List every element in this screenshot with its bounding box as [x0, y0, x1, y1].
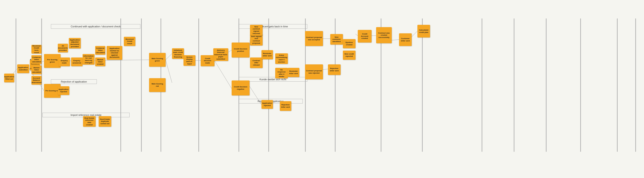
sticky-s19[interactable]: Received Credit result: [124, 37, 135, 46]
sticky-s32[interactable]: Contract offer refused: [250, 57, 262, 68]
sticky-s8[interactable]: Pre Scoring green: [44, 54, 60, 68]
sticky-s25[interactable]: Screen display well-of-input: [184, 55, 196, 66]
sticky-s36[interactable]: Reminder letter sent: [288, 68, 299, 77]
sticky-s41[interactable]: Rejection letter sent: [328, 64, 340, 75]
sticky-s47[interactable]: Customer letter sent: [399, 33, 412, 46]
sticky-s26[interactable]: Credit decision made: [201, 55, 214, 66]
sticky-s33[interactable]: Reminder letter sent: [262, 50, 273, 59]
sticky-s40[interactable]: Contract proposal was rejected: [305, 64, 323, 79]
sticky-s31[interactable]: New contract signed returned: [250, 25, 262, 35]
swimlane-sl12: [422, 18, 423, 152]
svg-line-17: [412, 31, 418, 37]
swimlane-sl1: [16, 18, 16, 152]
sticky-s24[interactable]: Initialized main credit decision financi…: [172, 48, 184, 59]
sticky-s48[interactable]: Calculated credit plan: [418, 25, 430, 38]
swimlane-sl4: [141, 18, 142, 152]
sticky-s42[interactable]: New customer identified: [330, 34, 343, 45]
sticky-s11[interactable]: All documents provided: [58, 44, 68, 52]
sticky-s27[interactable]: Advisory financial historical facts pape…: [213, 48, 228, 61]
sticky-s35[interactable]: No response after 4 weeks: [275, 68, 288, 78]
swimlane-sl16: [580, 18, 581, 152]
sticky-s28[interactable]: Credit Decision positive: [232, 43, 250, 57]
sticky-s16[interactable]: Collateral Value calculated: [95, 46, 105, 55]
sticky-s34[interactable]: Keine rückmeldung nach 4 wochen: [275, 53, 288, 64]
sticky-s29[interactable]: Credit Decision negative: [232, 80, 250, 96]
swimlane-sl15: [546, 18, 546, 152]
sticky-s2[interactable]: Application submitted: [17, 64, 29, 73]
swimlane-sl2: [41, 18, 42, 152]
sticky-s21[interactable]: Real Estate duplicate sorted out: [98, 116, 111, 127]
sticky-s30[interactable]: Sent signed new contract proposal: [250, 34, 262, 46]
sticky-s38[interactable]: Rejection letter sent: [280, 101, 291, 111]
sticky-s1[interactable]: Application filled out: [4, 74, 14, 82]
section-label-applicant: Applicant gets back in time: [238, 24, 307, 29]
sticky-s46[interactable]: Contract was created successfully: [376, 27, 392, 43]
sticky-s17[interactable]: Market Value created: [95, 57, 105, 66]
sticky-s18[interactable]: Application marked as checked against do…: [107, 46, 122, 60]
sticky-s7[interactable]: Account Balance determined: [32, 76, 42, 85]
sticky-s45[interactable]: Credit Account created: [358, 30, 372, 43]
svg-line-5: [166, 54, 172, 60]
swimlane-sl14: [514, 18, 514, 152]
svg-line-16: [392, 40, 399, 40]
swimlane-sl18: [635, 18, 636, 152]
svg-line-14: [356, 34, 358, 36]
sticky-s23[interactable]: Main Scoring red: [149, 78, 166, 92]
swimlane-sl17: [617, 18, 618, 152]
swimlane-sl8: [268, 18, 269, 152]
svg-line-6: [166, 60, 172, 83]
sticky-s44[interactable]: New credit reported: [343, 51, 356, 60]
swimlane-sl3: [120, 18, 121, 152]
sticky-s13[interactable]: Enquiry made: [58, 57, 70, 66]
section-label-continued: Continued with application / document ch…: [51, 24, 140, 29]
sticky-s4[interactable]: Received Credit form result: [32, 45, 42, 54]
sticky-s37[interactable]: Application rejected: [262, 100, 273, 109]
process-canvas: Continued with application / document ch…: [0, 0, 644, 178]
sticky-s20[interactable]: Real Estate reference data created: [83, 116, 96, 127]
swimlane-sl6: [198, 18, 199, 152]
svg-line-9: [214, 60, 232, 88]
sticky-s5[interactable]: Collateral Value calculated: [32, 55, 42, 64]
sticky-s39[interactable]: Contract proposal was accepted: [305, 31, 323, 46]
sticky-s14[interactable]: Enquiry answered: [71, 57, 82, 66]
sticky-s12[interactable]: Application adjusted document provided: [69, 38, 81, 49]
sticky-s10[interactable]: Application rejected: [58, 86, 69, 95]
section-label-rejection1: Rejection of application: [51, 79, 97, 84]
sticky-s43[interactable]: Epolimo created: [343, 39, 356, 48]
swimlane-sl13: [482, 18, 482, 152]
sticky-s15[interactable]: Information for real land reg changed: [82, 54, 94, 65]
sticky-s6[interactable]: Market Value calculated: [32, 65, 42, 74]
sticky-s22[interactable]: Main Scoring green: [149, 53, 166, 67]
